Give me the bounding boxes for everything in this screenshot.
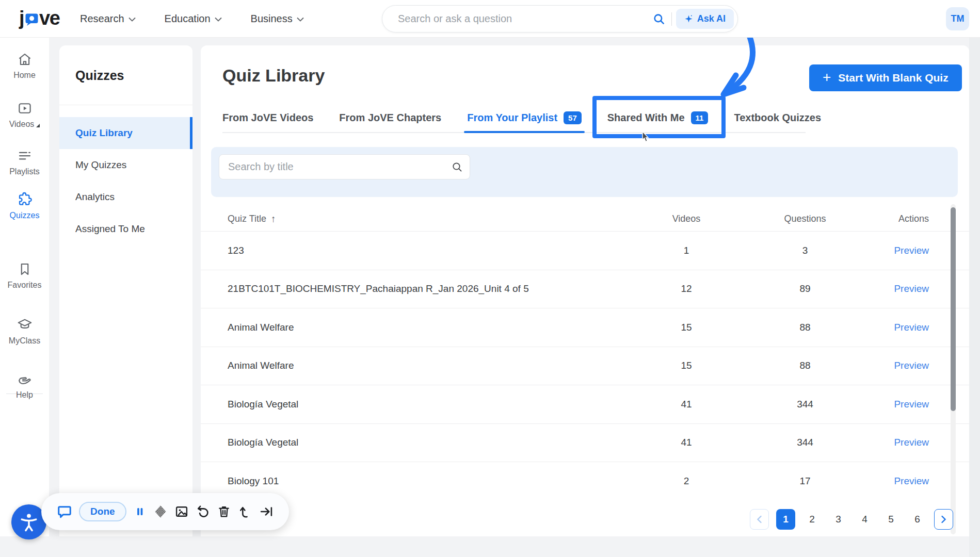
tab-label: Textbook Quizzes	[734, 112, 821, 124]
table-header-row: Quiz Title ↑ Videos Questions Actions	[201, 207, 969, 231]
preview-link[interactable]: Preview	[894, 245, 929, 256]
tab-from-jove-chapters[interactable]: From JoVE Chapters	[339, 106, 441, 132]
videos-cell: 1	[645, 245, 728, 256]
table-row[interactable]: 21BTC101T_BIOCHEMISTRY_Pachaiappan R_Jan…	[201, 270, 969, 308]
quiz-title-cell: 21BTC101T_BIOCHEMISTRY_Pachaiappan R_Jan…	[228, 283, 645, 294]
pagination-page-5[interactable]: 5	[881, 509, 901, 530]
jove-logo[interactable]: j ve	[19, 7, 59, 29]
tab-from-your-playlist[interactable]: From Your Playlist 57	[467, 106, 582, 132]
quizzes-puzzle-icon	[17, 191, 33, 207]
sidebar-item-home[interactable]: Home	[0, 52, 49, 80]
pagination-page-3[interactable]: 3	[829, 509, 848, 530]
pagination: 1 2 3 4 5 6	[750, 509, 953, 530]
nav-research[interactable]: Research	[80, 13, 136, 25]
videos-cell: 41	[645, 399, 728, 410]
user-avatar[interactable]: TM	[946, 7, 969, 30]
blur-icon[interactable]	[153, 504, 168, 519]
table-row[interactable]: Biology 101 2 17 Preview	[201, 462, 969, 500]
videos-cell: 15	[645, 322, 728, 333]
title-search-input[interactable]	[219, 161, 445, 173]
quiz-sidebar: Quizzes Quiz Library My Quizzes Analytic…	[59, 45, 192, 536]
image-icon[interactable]	[174, 504, 189, 519]
sidebar-item-quiz-library[interactable]: Quiz Library	[59, 117, 192, 149]
sidebar-item-analytics[interactable]: Analytics	[59, 181, 192, 213]
pagination-page-1[interactable]: 1	[776, 509, 795, 530]
my-quizzes-label: My Quizzes	[75, 159, 126, 171]
tab-label: From JoVE Videos	[222, 112, 313, 124]
sidebar-item-videos[interactable]: Videos	[0, 101, 49, 129]
sort-ascending-icon: ↑	[271, 214, 276, 225]
table-row[interactable]: Animal Welfare 15 88 Preview	[201, 347, 969, 385]
analytics-label: Analytics	[75, 191, 115, 203]
quiz-sidebar-divider	[59, 105, 192, 105]
table-row[interactable]: Biología Vegetal 41 344 Preview	[201, 423, 969, 462]
questions-cell: 17	[728, 476, 882, 487]
tab-shared-with-me[interactable]: Shared With Me 11	[607, 106, 709, 132]
preview-link[interactable]: Preview	[894, 322, 929, 333]
pagination-next-button[interactable]	[934, 509, 953, 530]
table-row[interactable]: 123 1 3 Preview	[201, 231, 969, 270]
nav-education[interactable]: Education	[165, 13, 222, 25]
done-button[interactable]: Done	[79, 502, 126, 521]
upload-arrow-icon[interactable]	[238, 504, 252, 519]
chevron-down-icon	[128, 17, 136, 22]
ask-ai-button[interactable]: Ask AI	[676, 9, 734, 29]
tab-textbook-quizzes[interactable]: Textbook Quizzes	[734, 106, 821, 132]
pagination-page-4[interactable]: 4	[855, 509, 874, 530]
main-nav: Research Education Business	[80, 0, 304, 38]
undo-icon[interactable]	[196, 504, 210, 519]
preview-link[interactable]: Preview	[894, 283, 929, 294]
skip-to-end-icon[interactable]	[259, 504, 274, 519]
sidebar-item-playlists[interactable]: Playlists	[0, 148, 49, 176]
nav-business-label: Business	[251, 13, 293, 25]
sparkle-icon	[684, 14, 693, 23]
quiz-title-cell: 123	[228, 245, 645, 256]
videos-cell: 15	[645, 360, 728, 371]
shared-count-badge: 11	[691, 111, 709, 124]
playlists-icon	[17, 148, 33, 163]
preview-link[interactable]: Preview	[894, 476, 929, 486]
global-search-input[interactable]	[382, 13, 648, 25]
videos-cell: 2	[645, 476, 728, 487]
nav-business[interactable]: Business	[251, 13, 304, 25]
preview-link[interactable]: Preview	[894, 437, 929, 448]
sidebar-item-assigned-to-me[interactable]: Assigned To Me	[59, 213, 192, 245]
title-search-icon[interactable]	[445, 161, 470, 173]
top-header: j ve Research Education Business	[0, 0, 980, 38]
sidebar-item-my-quizzes[interactable]: My Quizzes	[59, 149, 192, 181]
preview-link[interactable]: Preview	[894, 360, 929, 371]
sidebar-item-favorites[interactable]: Favorites	[0, 261, 49, 290]
myclass-graduation-icon	[17, 316, 33, 333]
sidebar-item-quizzes[interactable]: Quizzes	[0, 191, 49, 220]
annotation-arrow	[711, 28, 767, 105]
sidebar-item-label: Playlists	[9, 167, 40, 176]
start-blank-quiz-button[interactable]: + Start With Blank Quiz	[809, 64, 962, 91]
page-scrollbar[interactable]	[969, 38, 980, 557]
comment-bubble-icon[interactable]	[57, 504, 72, 519]
quiz-library-tabs: From JoVE Videos From JoVE Chapters From…	[222, 106, 806, 133]
table-row[interactable]: Biología Vegetal 41 344 Preview	[201, 385, 969, 423]
table-scrollbar-track[interactable]	[951, 204, 956, 534]
accessibility-person-icon	[18, 511, 40, 533]
search-icon[interactable]	[648, 12, 670, 26]
videos-icon	[17, 101, 33, 116]
table-scrollbar-thumb[interactable]	[951, 207, 956, 411]
chevron-down-icon	[215, 17, 222, 22]
questions-cell: 89	[728, 283, 882, 294]
pagination-prev-button[interactable]	[750, 509, 769, 530]
trash-icon[interactable]	[217, 504, 231, 519]
pagination-page-2[interactable]: 2	[802, 509, 822, 530]
sidebar-item-myclass[interactable]: MyClass	[0, 316, 49, 346]
favorites-bookmark-icon	[17, 261, 33, 277]
pause-icon[interactable]	[133, 505, 147, 518]
preview-link[interactable]: Preview	[894, 399, 929, 409]
table-row[interactable]: Animal Welfare 15 88 Preview	[201, 308, 969, 347]
logo-text-ve: ve	[39, 7, 59, 29]
playlist-count-badge: 57	[564, 111, 582, 124]
tab-from-jove-videos[interactable]: From JoVE Videos	[222, 106, 313, 132]
column-quiz-title[interactable]: Quiz Title ↑	[228, 214, 645, 225]
sidebar-item-help[interactable]: Help	[0, 370, 49, 400]
pagination-page-6[interactable]: 6	[908, 509, 927, 530]
videos-cell: 41	[645, 437, 728, 448]
quiz-library-label: Quiz Library	[75, 127, 133, 139]
